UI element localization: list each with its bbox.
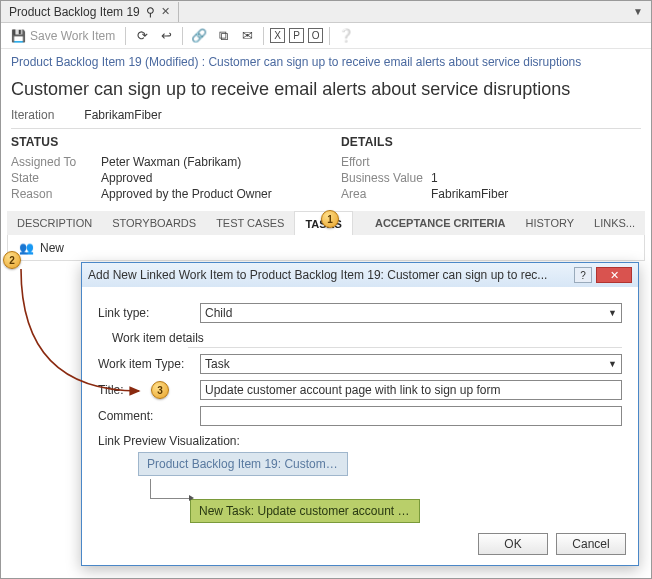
iteration-row: Iteration FabrikamFiber — [1, 108, 651, 128]
preview-connector-icon — [150, 479, 190, 499]
new-task-icon[interactable]: 👥 — [18, 241, 34, 255]
iteration-label: Iteration — [11, 108, 54, 122]
refresh-icon[interactable]: ⟳ — [132, 26, 152, 46]
add-linked-item-dialog: Add New Linked Work Item to Product Back… — [81, 262, 639, 566]
document-tab-bar: Product Backlog Item 19 ⚲ ✕ ▼ — [1, 1, 651, 23]
breadcrumb: Product Backlog Item 19 (Modified) : Cus… — [1, 49, 651, 75]
title-label: Title: — [98, 383, 190, 397]
tasks-toolbar: 👥 New — [7, 235, 645, 261]
effort-label: Effort — [341, 155, 431, 169]
close-icon[interactable]: ✕ — [161, 5, 170, 18]
tab-links[interactable]: LINKS... — [584, 211, 645, 235]
tab-test-cases[interactable]: TEST CASES — [206, 211, 294, 235]
link-type-value: Child — [205, 306, 232, 320]
state-label: State — [11, 171, 101, 185]
title-value: Update customer account page with link t… — [205, 383, 501, 397]
callout-2: 2 — [3, 251, 21, 269]
floppy-icon: 💾 — [11, 29, 26, 43]
area-label: Area — [341, 187, 431, 201]
separator — [263, 27, 264, 45]
link-type-select[interactable]: Child ▼ — [200, 303, 622, 323]
page-title: Customer can sign up to receive email al… — [1, 75, 651, 108]
separator — [125, 27, 126, 45]
chevron-down-icon: ▼ — [608, 308, 617, 318]
assigned-to-value[interactable]: Peter Waxman (Fabrikam) — [101, 155, 241, 169]
link-type-label: Link type: — [98, 306, 190, 320]
tab-label: Product Backlog Item 19 — [9, 5, 140, 19]
details-column: DETAILS Effort Business Value1 AreaFabri… — [341, 135, 641, 203]
preview-parent: Product Backlog Item 19: Customer ca... — [138, 452, 348, 476]
status-heading: STATUS — [11, 135, 311, 149]
separator — [329, 27, 330, 45]
dialog-help-icon[interactable]: ? — [574, 267, 592, 283]
help-icon[interactable]: ❔ — [336, 26, 356, 46]
area-value[interactable]: FabrikamFiber — [431, 187, 508, 201]
pin-icon[interactable]: ⚲ — [146, 5, 155, 19]
dropdown-chevron-icon[interactable]: ▼ — [633, 6, 643, 17]
status-column: STATUS Assigned ToPeter Waxman (Fabrikam… — [11, 135, 311, 203]
preview-child: New Task: Update customer account p... — [190, 499, 420, 523]
bv-value[interactable]: 1 — [431, 171, 438, 185]
bv-label: Business Value — [341, 171, 431, 185]
save-button[interactable]: 💾 Save Work Item — [7, 29, 119, 43]
work-item-type-select[interactable]: Task ▼ — [200, 354, 622, 374]
dialog-title: Add New Linked Work Item to Product Back… — [88, 268, 547, 282]
x-button[interactable]: X — [270, 28, 285, 43]
preview-label: Link Preview Visualization: — [98, 434, 622, 448]
p-button[interactable]: P — [289, 28, 304, 43]
link-preview: Product Backlog Item 19: Customer ca... … — [138, 452, 622, 526]
title-input[interactable]: Update customer account page with link t… — [200, 380, 622, 400]
work-item-type-label: Work item Type: — [98, 357, 190, 371]
o-button[interactable]: O — [308, 28, 323, 43]
toolbar: 💾 Save Work Item ⟳ ↩ 🔗 ⧉ ✉ X P O ❔ — [1, 23, 651, 49]
chevron-down-icon: ▼ — [608, 359, 617, 369]
separator — [182, 27, 183, 45]
document-tab[interactable]: Product Backlog Item 19 ⚲ ✕ — [1, 2, 179, 22]
dialog-titlebar[interactable]: Add New Linked Work Item to Product Back… — [82, 263, 638, 287]
tab-acceptance-criteria[interactable]: ACCEPTANCE CRITERIA — [365, 211, 516, 235]
undo-icon[interactable]: ↩ — [156, 26, 176, 46]
save-label: Save Work Item — [30, 29, 115, 43]
copy-icon[interactable]: ⧉ — [213, 26, 233, 46]
tab-storyboards[interactable]: STORYBOARDS — [102, 211, 206, 235]
dialog-close-icon[interactable]: ✕ — [596, 267, 632, 283]
cancel-button[interactable]: Cancel — [556, 533, 626, 555]
ok-button[interactable]: OK — [478, 533, 548, 555]
iteration-value[interactable]: FabrikamFiber — [84, 108, 161, 122]
callout-1: 1 — [321, 210, 339, 228]
details-heading: DETAILS — [341, 135, 641, 149]
reason-value[interactable]: Approved by the Product Owner — [101, 187, 272, 201]
work-item-type-value: Task — [205, 357, 230, 371]
tab-description[interactable]: DESCRIPTION — [7, 211, 102, 235]
callout-3: 3 — [151, 381, 169, 399]
group-label: Work item details — [112, 331, 622, 345]
comment-input[interactable] — [200, 406, 622, 426]
comment-label: Comment: — [98, 409, 190, 423]
link-icon[interactable]: 🔗 — [189, 26, 209, 46]
assigned-to-label: Assigned To — [11, 155, 101, 169]
new-button[interactable]: New — [40, 241, 64, 255]
state-value[interactable]: Approved — [101, 171, 152, 185]
tab-history[interactable]: HISTORY — [516, 211, 585, 235]
mail-icon[interactable]: ✉ — [237, 26, 257, 46]
reason-label: Reason — [11, 187, 101, 201]
